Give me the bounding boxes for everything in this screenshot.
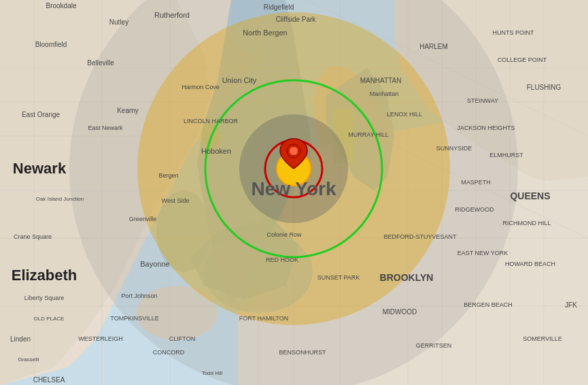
map-background xyxy=(0,0,588,385)
map-container: RutherfordBrookdaleNutleyRidgefieldCliff… xyxy=(0,0,588,385)
svg-point-6 xyxy=(136,286,218,340)
svg-rect-14 xyxy=(333,109,353,163)
